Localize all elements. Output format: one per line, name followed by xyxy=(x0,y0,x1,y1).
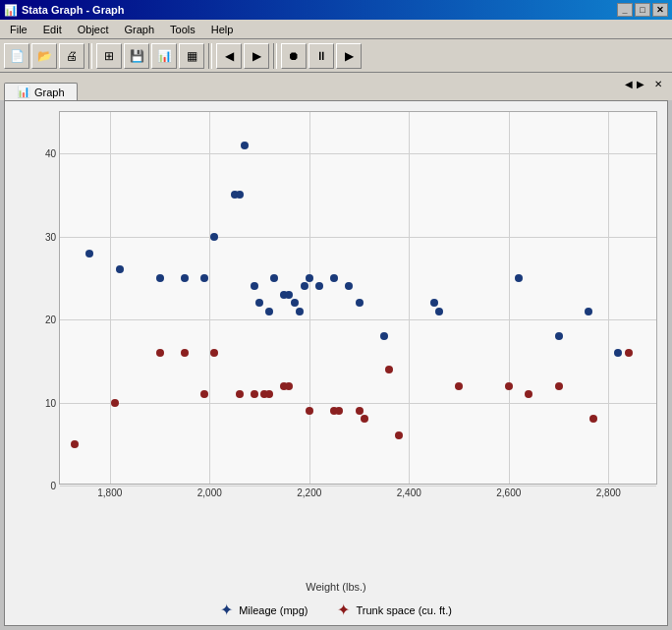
menu-edit[interactable]: Edit xyxy=(35,22,70,37)
tab-area: 📊 Graph ◀ ▶ ✕ xyxy=(0,73,672,100)
menu-bar: File Edit Object Graph Tools Help xyxy=(0,20,672,39)
window-title: Stata Graph - Graph xyxy=(22,4,125,16)
record-button[interactable]: ⏺ xyxy=(281,43,307,69)
open-button[interactable]: 📂 xyxy=(31,43,57,69)
pause-button[interactable]: ⏸ xyxy=(308,43,334,69)
new-button[interactable]: 📄 xyxy=(4,43,29,69)
print-button[interactable]: 🖨 xyxy=(59,43,84,69)
graph-tab[interactable]: 📊 Graph xyxy=(4,83,78,100)
back-button[interactable]: ◀ xyxy=(216,43,242,69)
chart-background: 0102030401,8002,0002,2002,4002,6002,800 xyxy=(59,111,657,485)
minimize-button[interactable]: _ xyxy=(617,3,633,17)
separator-2 xyxy=(208,43,212,69)
legend-red: ✦ Trunk space (cu. ft.) xyxy=(337,601,451,619)
separator-1 xyxy=(88,43,92,69)
tab-label: Graph xyxy=(34,86,65,98)
maximize-button[interactable]: □ xyxy=(635,3,650,17)
menu-object[interactable]: Object xyxy=(70,22,117,37)
main-content: 📊 Graph ◀ ▶ ✕ 0102030401,8002,0002,2002,… xyxy=(0,73,672,630)
menu-help[interactable]: Help xyxy=(203,22,242,37)
graph-type-button[interactable]: ▦ xyxy=(179,43,204,69)
menu-graph[interactable]: Graph xyxy=(117,22,163,37)
window-controls[interactable]: _ □ ✕ xyxy=(617,3,668,17)
toolbar: 📄 📂 🖨 ⊞ 💾 📊 ▦ ◀ ▶ ⏺ ⏸ ▶ xyxy=(0,39,672,73)
legend-blue-label: Mileage (mpg) xyxy=(239,604,308,616)
menu-file[interactable]: File xyxy=(2,22,35,37)
close-button[interactable]: ✕ xyxy=(652,3,668,17)
tab-close-button[interactable]: ✕ xyxy=(654,79,662,89)
graph-container: 0102030401,8002,0002,2002,4002,6002,800 xyxy=(5,101,667,553)
app-icon: 📊 xyxy=(4,4,18,17)
copy-window-button[interactable]: ⊞ xyxy=(96,43,122,69)
chart-editor-button[interactable]: 📊 xyxy=(151,43,177,69)
play-button[interactable]: ▶ xyxy=(336,43,362,69)
graph-area: 0102030401,8002,0002,2002,4002,6002,800 … xyxy=(4,100,668,626)
menu-tools[interactable]: Tools xyxy=(162,22,203,37)
title-bar: 📊 Stata Graph - Graph _ □ ✕ xyxy=(0,0,672,20)
x-axis-title: Weight (lbs.) xyxy=(5,581,667,593)
save-graph-button[interactable]: 💾 xyxy=(124,43,149,69)
legend-blue: ✦ Mileage (mpg) xyxy=(220,601,308,619)
chart-legend: ✦ Mileage (mpg) ✦ Trunk space (cu. ft.) xyxy=(5,593,667,625)
tab-icon: 📊 xyxy=(17,86,30,98)
tab-nav-right[interactable]: ▶ xyxy=(637,79,644,89)
forward-button[interactable]: ▶ xyxy=(244,43,269,69)
separator-3 xyxy=(273,43,277,69)
tab-nav-left[interactable]: ◀ xyxy=(625,79,633,89)
legend-red-label: Trunk space (cu. ft.) xyxy=(356,604,451,616)
